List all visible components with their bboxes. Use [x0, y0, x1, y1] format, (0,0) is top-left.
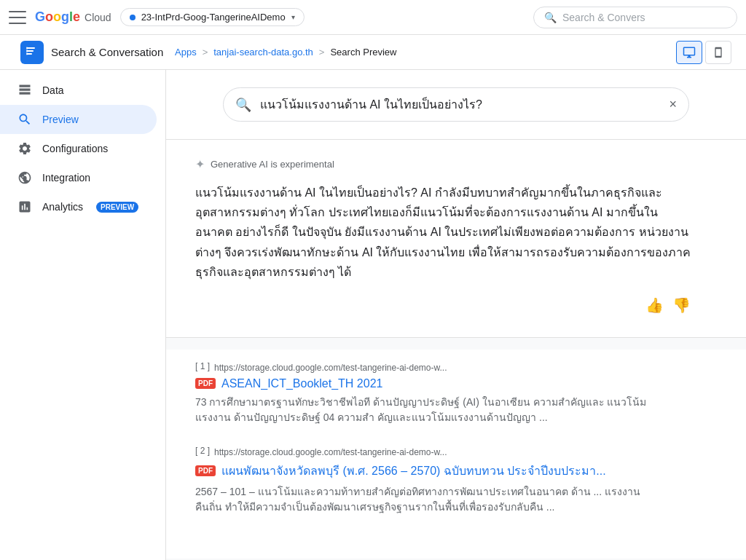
- desktop-icon: [683, 46, 696, 59]
- preview-icon: [17, 112, 32, 127]
- sidebar-label-integration: Integration: [42, 172, 90, 184]
- ai-label-text: Generative AI is experimental: [211, 159, 334, 170]
- mobile-view-button[interactable]: [705, 41, 731, 64]
- app-title: Search & Conversation: [51, 46, 163, 58]
- ai-answer-section: ✦ Generative AI is experimental แนวโน้มแ…: [166, 140, 746, 338]
- search-icon: 🔍: [235, 97, 251, 113]
- thumbs-down-button[interactable]: 👎: [672, 296, 691, 314]
- breadcrumb-apps[interactable]: Apps: [175, 47, 197, 58]
- result-title-2[interactable]: แผนพัฒนาจังหวัดลพบุรี (พ.ศ. 2566 – 2570)…: [221, 462, 606, 480]
- search-box[interactable]: 🔍 แนวโน้มแรงงานด้าน AI ในไทยเป็นอย่างไร?…: [223, 87, 689, 122]
- result-snippet-1: 73 การศึกษามาตรฐานทักษะวิชาชีพไอที ด้านป…: [195, 395, 647, 425]
- project-name: 23-IntPrd-Goog-TangerineAIDemo: [141, 12, 286, 23]
- project-selector[interactable]: 23-IntPrd-Goog-TangerineAIDemo ▾: [120, 8, 305, 26]
- data-icon: [17, 83, 32, 98]
- topbar: Google Cloud 23-IntPrd-Goog-TangerineAID…: [0, 0, 746, 35]
- hamburger-menu[interactable]: [9, 9, 26, 26]
- secondbar: Search & Conversation Apps > tanjai-sear…: [0, 35, 746, 70]
- app-icon: [20, 41, 44, 64]
- global-search-placeholder: Search & Convers: [562, 12, 645, 23]
- result-url-2: https://storage.cloud.google.com/test-ta…: [214, 447, 447, 457]
- desktop-view-button[interactable]: [676, 41, 702, 64]
- svg-rect-3: [26, 47, 28, 55]
- google-cloud-logo: Google Cloud: [35, 9, 111, 25]
- sparkle-icon: ✦: [195, 157, 205, 171]
- pdf-badge-1: PDF: [195, 378, 216, 389]
- result-item-2: [ 2 ] https://storage.cloud.google.com/t…: [195, 446, 717, 515]
- sidebar: Data Preview Configurations: [0, 70, 166, 560]
- result-url-1: https://storage.cloud.google.com/test-ta…: [214, 363, 447, 373]
- search-section: 🔍 แนวโน้มแรงงานด้าน AI ในไทยเป็นอย่างไร?…: [166, 70, 746, 140]
- integration-icon: [17, 170, 32, 185]
- search-icon: 🔍: [544, 12, 557, 23]
- mobile-icon: [712, 46, 724, 59]
- main-layout: Data Preview Configurations: [0, 70, 746, 560]
- analytics-preview-badge: PREVIEW: [96, 202, 138, 213]
- sidebar-item-configurations[interactable]: Configurations: [0, 134, 157, 163]
- ai-answer-text: แนวโน้มแรงงานด้าน AI ในไทยเป็นอย่างไร? A…: [195, 183, 691, 282]
- view-toggle: [676, 41, 731, 64]
- project-dot: [130, 15, 136, 20]
- result-item-1: [ 1 ] https://storage.cloud.google.com/t…: [195, 361, 717, 425]
- analytics-icon: [17, 200, 32, 214]
- sidebar-item-preview[interactable]: Preview: [0, 105, 157, 134]
- breadcrumb-sep2: >: [319, 47, 325, 58]
- sidebar-label-configurations: Configurations: [42, 143, 108, 154]
- global-search-bar[interactable]: 🔍 Search & Convers: [533, 7, 737, 28]
- sidebar-label-data: Data: [42, 84, 64, 96]
- sidebar-item-analytics[interactable]: Analytics PREVIEW: [0, 192, 157, 221]
- thumbs-up-button[interactable]: 👍: [645, 296, 664, 314]
- clear-search-button[interactable]: ×: [669, 97, 677, 112]
- result-snippet-2: 2567 – 101 – แนวโน้มและความท้าทายสำคัญต่…: [195, 484, 647, 515]
- ai-feedback-buttons: 👍 👎: [195, 296, 691, 314]
- results-section: [ 1 ] https://storage.cloud.google.com/t…: [166, 350, 746, 559]
- sidebar-item-integration[interactable]: Integration: [0, 163, 157, 192]
- breadcrumb-domain[interactable]: tanjai-search-data.go.th: [213, 47, 313, 58]
- breadcrumb-current: Search Preview: [330, 47, 396, 58]
- sidebar-label-preview: Preview: [42, 114, 79, 125]
- app-logo-area: Search & Conversation: [15, 41, 175, 64]
- ai-label: ✦ Generative AI is experimental: [195, 157, 717, 171]
- sidebar-label-analytics: Analytics: [42, 201, 83, 213]
- breadcrumb-sep1: >: [203, 47, 208, 58]
- main-content: 🔍 แนวโน้มแรงงานด้าน AI ในไทยเป็นอย่างไร?…: [166, 70, 746, 560]
- config-icon: [17, 141, 32, 156]
- result-title-1[interactable]: ASEAN_ICT_Booklet_TH 2021: [221, 377, 382, 390]
- chevron-down-icon: ▾: [291, 13, 295, 21]
- pdf-badge-2: PDF: [195, 465, 216, 476]
- sidebar-item-data[interactable]: Data: [0, 76, 157, 105]
- breadcrumb: Apps > tanjai-search-data.go.th > Search…: [175, 47, 667, 58]
- conversation-icon: [25, 45, 39, 60]
- search-query-text: แนวโน้มแรงงานด้าน AI ในไทยเป็นอย่างไร?: [260, 95, 660, 114]
- result-title-row-1: PDF ASEAN_ICT_Booklet_TH 2021: [195, 377, 717, 390]
- result-ref-1: [ 1 ]: [195, 361, 210, 371]
- result-title-row-2: PDF แผนพัฒนาจังหวัดลพบุรี (พ.ศ. 2566 – 2…: [195, 462, 717, 480]
- result-ref-2: [ 2 ]: [195, 446, 210, 456]
